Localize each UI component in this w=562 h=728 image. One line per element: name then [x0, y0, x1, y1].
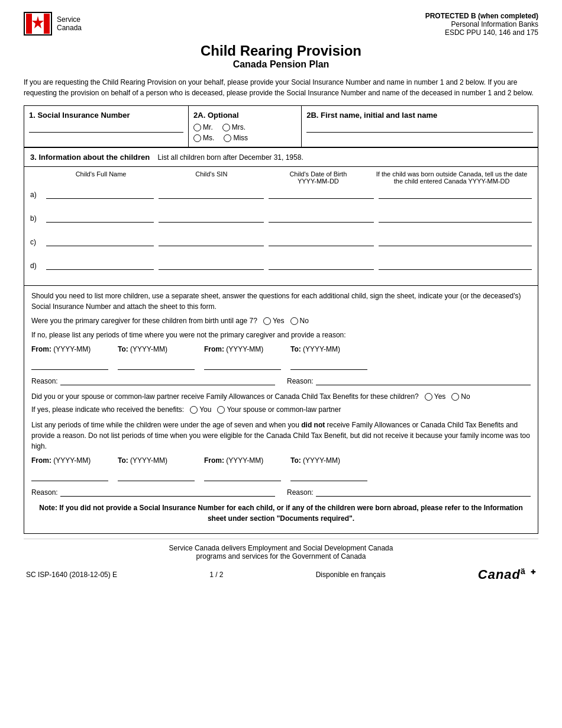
intro-text: If you are requesting the Child Rearing … — [24, 77, 538, 98]
child-a-entered-input[interactable] — [379, 188, 532, 199]
footer-bottom: SC ISP-1640 (2018-12-05) E 1 / 2 Disponi… — [24, 566, 538, 582]
row-c-label: c) — [30, 238, 46, 246]
family-allowance-question: Did you or your spouse or common-law par… — [31, 392, 419, 401]
to1-group: To: (YYYY-MM) — [118, 345, 195, 370]
protected-label: PROTECTED B (when completed) — [425, 12, 538, 20]
service-canada-text: Service Canada — [57, 15, 82, 32]
to1-input[interactable] — [118, 359, 195, 370]
from3-hint: (YYYY-MM) — [53, 456, 91, 465]
from4-input[interactable] — [204, 471, 281, 481]
child-b-entered-input[interactable] — [379, 212, 532, 223]
reason3-input[interactable] — [60, 486, 275, 497]
page-header: Service Canada PROTECTED B (when complet… — [24, 12, 538, 37]
sections-1-2-table: 1. Social Insurance Number 2A. Optional … — [24, 105, 538, 147]
child-b-name-input[interactable] — [46, 212, 154, 223]
caregiver-question-row: Were you the primary caregiver for these… — [31, 317, 531, 325]
from1-group: From: (YYYY-MM) — [31, 345, 108, 370]
title-section: Child Rearing Provision Canada Pension P… — [24, 43, 538, 70]
from1-input[interactable] — [31, 359, 108, 370]
child-a-name-input[interactable] — [46, 188, 154, 199]
fa-yes-label: Yes — [434, 392, 446, 401]
logo-area: Service Canada — [24, 12, 82, 36]
to3-label: To: — [118, 456, 128, 465]
from4-group: From: (YYYY-MM) — [204, 456, 281, 481]
family-allowance-row: Did you or your spouse or common-law par… — [31, 392, 531, 401]
row-a-label: a) — [30, 191, 46, 199]
sin-input[interactable] — [29, 122, 183, 133]
extra-children-note: Should you need to list more children, u… — [31, 291, 531, 312]
benefits-label: If yes, please indicate who received the… — [31, 405, 184, 414]
from2-input[interactable] — [204, 359, 281, 370]
fa-no-label: No — [461, 392, 470, 401]
reason2-label: Reason: — [287, 377, 314, 385]
if-no-label: If no, please list any periods of time w… — [31, 330, 531, 340]
pib-numbers: ESDC PPU 140, 146 and 175 — [425, 28, 538, 37]
col1-header: Child's Full Name — [46, 170, 158, 185]
to4-group: To: (YYYY-MM) — [290, 456, 367, 481]
to3-hint: (YYYY-MM) — [130, 456, 167, 465]
from4-label: From: — [204, 456, 224, 465]
to1-hint: (YYYY-MM) — [130, 345, 167, 353]
from3-group: From: (YYYY-MM) — [31, 456, 108, 481]
french-label: Disponible en français — [316, 571, 386, 579]
child-c-entered-input[interactable] — [379, 236, 532, 246]
from4-hint: (YYYY-MM) — [226, 456, 263, 465]
fa-yes-radio[interactable]: Yes — [425, 392, 446, 401]
caregiver-yes-radio[interactable]: Yes — [263, 317, 285, 325]
reason1-label: Reason: — [31, 377, 58, 385]
canada-flag-logo — [24, 12, 52, 36]
spouse-radio[interactable]: Your spouse or common-law partner — [217, 405, 341, 414]
to2-hint: (YYYY-MM) — [303, 345, 340, 353]
col4-header: If the child was born outside Canada, te… — [372, 170, 532, 185]
from2-group: From: (YYYY-MM) — [204, 345, 281, 370]
header-right: PROTECTED B (when completed) Personal In… — [425, 12, 538, 37]
reason2-input[interactable] — [316, 375, 531, 385]
from3-input[interactable] — [31, 471, 108, 481]
child-d-entered-input[interactable] — [379, 259, 532, 270]
child-b-sin-input[interactable] — [159, 212, 264, 223]
section1-label: 1. Social Insurance Number — [29, 111, 130, 120]
note-bold-text: Note: If you did not provide a Social In… — [31, 502, 531, 524]
to2-label: To: — [290, 345, 301, 353]
full-name-input[interactable] — [306, 122, 533, 133]
miss-radio[interactable]: Miss — [224, 134, 248, 142]
child-d-name-input[interactable] — [46, 259, 154, 270]
section2b-label: 2B. First name, initial and last name — [306, 111, 533, 120]
child-c-dob-input[interactable] — [269, 236, 374, 246]
to2-group: To: (YYYY-MM) — [290, 345, 367, 370]
child-a-sin-input[interactable] — [159, 188, 264, 199]
you-label: You — [199, 405, 211, 414]
svg-rect-0 — [26, 14, 32, 34]
reason1-input[interactable] — [60, 375, 275, 385]
section3-table: 3. Information about the children List a… — [24, 147, 538, 534]
to2-input[interactable] — [290, 359, 367, 370]
child-b-dob-input[interactable] — [269, 212, 374, 223]
row-d-label: d) — [30, 262, 46, 270]
to3-group: To: (YYYY-MM) — [118, 456, 195, 481]
from1-hint: (YYYY-MM) — [53, 345, 91, 353]
from2-hint: (YYYY-MM) — [226, 345, 263, 353]
svg-rect-1 — [44, 14, 50, 34]
child-d-dob-input[interactable] — [269, 259, 374, 270]
no-receipt-note: List any periods of time while the child… — [31, 420, 531, 452]
reason4-input[interactable] — [316, 486, 531, 497]
to3-input[interactable] — [118, 471, 195, 481]
fa-no-radio[interactable]: No — [451, 392, 470, 401]
spouse-label: Your spouse or common-law partner — [227, 405, 341, 414]
to4-input[interactable] — [290, 471, 367, 481]
canada-logo: Canadä ✚ — [478, 566, 536, 582]
mr-radio[interactable]: Mr. — [193, 123, 213, 131]
caregiver-no-radio[interactable]: No — [290, 317, 309, 325]
you-radio[interactable]: You — [190, 405, 211, 414]
from2-label: From: — [204, 345, 224, 353]
to4-hint: (YYYY-MM) — [303, 456, 340, 465]
child-c-sin-input[interactable] — [159, 236, 264, 246]
child-c-name-input[interactable] — [46, 236, 154, 246]
child-d-sin-input[interactable] — [159, 259, 264, 270]
reason3-label: Reason: — [31, 488, 58, 497]
ms-radio[interactable]: Ms. — [193, 134, 214, 142]
mrs-radio[interactable]: Mrs. — [222, 123, 246, 131]
child-a-dob-input[interactable] — [269, 188, 374, 199]
caregiver-question-text: Were you the primary caregiver for these… — [31, 317, 257, 325]
to4-label: To: — [290, 456, 301, 465]
